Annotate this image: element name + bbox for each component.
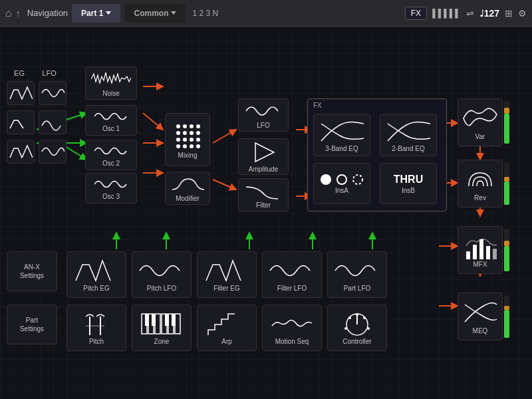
lfo-main-module[interactable]: LFO — [238, 98, 289, 132]
part-settings-module[interactable]: PartSettings — [7, 305, 57, 344]
eg2-wave-icon — [9, 114, 33, 131]
svg-rect-59 — [152, 314, 156, 326]
fx-button[interactable]: FX — [405, 7, 427, 20]
svg-rect-45 — [473, 245, 477, 259]
meq-module[interactable]: MEQ — [458, 293, 503, 340]
main-content: EG LFO — [0, 27, 532, 399]
svg-point-67 — [356, 313, 358, 316]
insa-dotring-icon — [352, 174, 364, 186]
grid-icon[interactable]: ⊞ — [505, 8, 513, 19]
common-dropdown-arrow — [171, 11, 176, 15]
eq3band-module[interactable]: 3-Band EQ — [313, 114, 370, 156]
pitch-lfo-icon — [138, 258, 185, 283]
lfo-label[interactable]: LFO — [37, 66, 62, 80]
svg-line-1 — [143, 113, 163, 130]
filter-eg-icon — [203, 258, 250, 283]
var-icon — [462, 105, 498, 132]
svg-point-36 — [176, 144, 180, 148]
controller-module[interactable]: Controller — [327, 305, 387, 351]
svg-point-31 — [196, 131, 200, 135]
insa-module[interactable]: InsA — [313, 163, 370, 204]
arp-module[interactable]: Arp — [197, 305, 257, 351]
noise-icon — [91, 70, 131, 88]
lfo-wave-icon — [41, 84, 65, 102]
amplitude-icon — [250, 140, 277, 164]
svg-point-64 — [367, 327, 370, 330]
svg-rect-60 — [165, 314, 169, 326]
part-lfo-icon — [334, 258, 380, 283]
lfo-wave-module[interactable] — [39, 81, 66, 105]
svg-rect-48 — [493, 249, 497, 259]
var-level-bar — [504, 101, 509, 144]
filter-icon — [245, 182, 282, 200]
svg-point-41 — [321, 174, 331, 185]
svg-point-26 — [190, 124, 194, 128]
filter-lfo-module[interactable]: Filter LFO — [262, 251, 322, 298]
lfo3-module[interactable] — [39, 140, 66, 164]
svg-rect-46 — [479, 239, 483, 259]
svg-point-30 — [190, 131, 194, 135]
osc2-icon — [94, 144, 128, 158]
mfx-icon — [464, 233, 497, 259]
thru-text: THRU — [394, 174, 423, 186]
zone-module[interactable]: Zone — [132, 305, 192, 351]
rev-module[interactable]: Rev — [458, 160, 503, 207]
part-settings-label: PartSettings — [20, 316, 44, 333]
svg-point-29 — [183, 131, 187, 135]
svg-point-28 — [176, 131, 180, 135]
gear-icon[interactable]: ⚙ — [518, 8, 527, 19]
an-x-label: AN-XSettings — [20, 263, 44, 280]
svg-point-66 — [363, 317, 366, 319]
noise-module[interactable]: Noise — [85, 66, 137, 100]
svg-point-43 — [353, 175, 362, 184]
eg-wave-module[interactable] — [7, 81, 35, 105]
seq-indicator: 1 2 3 N — [192, 9, 218, 18]
lfo2-module[interactable] — [39, 110, 66, 134]
pitch-lfo-module[interactable]: Pitch LFO — [132, 251, 192, 298]
an-x-settings-module[interactable]: AN-XSettings — [7, 251, 57, 291]
var-module[interactable]: Var — [458, 98, 503, 146]
lfo2-wave-icon — [41, 114, 65, 131]
filter-lfo-icon — [269, 258, 315, 283]
tab-common[interactable]: Common — [124, 4, 186, 23]
pitch-eg-module[interactable]: Pitch EG — [66, 251, 126, 298]
osc1-module[interactable]: Osc 1 — [85, 105, 137, 136]
insb-module[interactable]: THRU InsB — [380, 163, 437, 204]
tab-part1[interactable]: Part 1 — [72, 4, 120, 23]
svg-line-4 — [213, 130, 236, 143]
filter-module[interactable]: Filter — [238, 178, 289, 211]
osc2-module[interactable]: Osc 2 — [85, 140, 137, 170]
nav-icons: ⌂ ↑ Navigation — [5, 7, 68, 19]
filter-eg-module[interactable]: Filter EG — [197, 251, 257, 298]
arp-icon — [205, 311, 248, 336]
home-icon[interactable]: ⌂ — [5, 7, 12, 19]
modifier-module[interactable]: Modifier — [165, 172, 210, 205]
mixing-module[interactable]: Mixing — [165, 113, 210, 166]
lfo3-wave-icon — [41, 143, 65, 160]
mfx-module[interactable]: MFX — [458, 226, 503, 274]
nav-label: Navigation — [27, 8, 68, 18]
svg-point-34 — [190, 138, 194, 142]
svg-point-39 — [196, 144, 200, 148]
eq2band-module[interactable]: 2-Band EQ — [380, 114, 437, 156]
part-lfo-module[interactable]: Part LFO — [327, 251, 387, 298]
insa-circle-icon — [320, 174, 332, 186]
amplitude-module[interactable]: Amplitude — [238, 138, 289, 175]
eg-module[interactable]: EG — [7, 66, 32, 80]
svg-point-35 — [196, 138, 200, 142]
eg3-module[interactable] — [7, 140, 35, 164]
meq-icon — [462, 299, 498, 326]
eq2band-icon — [385, 118, 432, 144]
meq-level-bar — [504, 295, 509, 338]
svg-rect-61 — [172, 314, 176, 326]
eg2-module[interactable] — [7, 110, 35, 134]
motion-seq-icon — [271, 311, 313, 336]
motion-seq-module[interactable]: Motion Seq — [262, 305, 322, 351]
eg-wave-icon — [9, 84, 33, 102]
pitch-module[interactable]: Pitch — [66, 305, 126, 351]
top-bar-right: FX ▌▌▌▌▌ ⇌ ♩127 ⊞ ⚙ — [405, 7, 527, 20]
svg-rect-54 — [155, 314, 160, 334]
up-icon[interactable]: ↑ — [16, 8, 21, 19]
osc3-module[interactable]: Osc 3 — [85, 173, 137, 203]
top-bar: ⌂ ↑ Navigation Part 1 Common 1 2 3 N FX … — [0, 0, 532, 27]
